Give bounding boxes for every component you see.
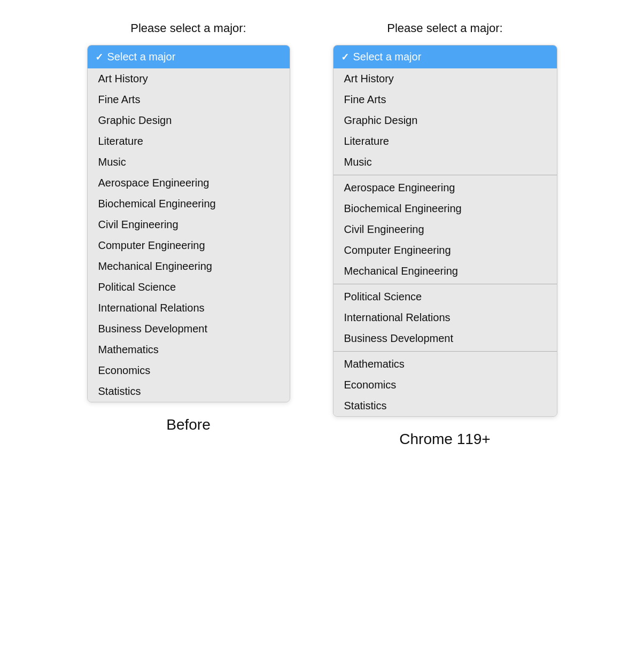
- before-selected-item[interactable]: ✓ Select a major: [88, 45, 290, 68]
- chrome-divider-2: [333, 284, 557, 284]
- page-container: Please select a major: ✓ Select a major …: [28, 21, 616, 448]
- before-dropdown[interactable]: ✓ Select a major Art HistoryFine ArtsGra…: [87, 45, 290, 402]
- chrome-option-civil-engineering[interactable]: Civil Engineering: [333, 219, 557, 240]
- chrome-divider-1: [333, 175, 557, 175]
- chrome-option-literature[interactable]: Literature: [333, 131, 557, 152]
- chrome-caption: Chrome 119+: [399, 431, 490, 448]
- chrome-option-fine-arts[interactable]: Fine Arts: [333, 89, 557, 110]
- before-option-art-history[interactable]: Art History: [88, 68, 290, 89]
- before-option-fine-arts[interactable]: Fine Arts: [88, 89, 290, 110]
- chrome-option-biochemical-engineering[interactable]: Biochemical Engineering: [333, 198, 557, 219]
- before-option-graphic-design[interactable]: Graphic Design: [88, 110, 290, 131]
- before-option-literature[interactable]: Literature: [88, 131, 290, 152]
- before-caption: Before: [166, 416, 211, 433]
- before-selected-label: Select a major: [107, 51, 176, 63]
- chrome-option-aerospace-engineering[interactable]: Aerospace Engineering: [333, 177, 557, 198]
- before-option-music[interactable]: Music: [88, 152, 290, 173]
- before-options-list: Art HistoryFine ArtsGraphic DesignLitera…: [88, 68, 290, 402]
- chrome-option-economics[interactable]: Economics: [333, 375, 557, 395]
- chrome-option-political-science[interactable]: Political Science: [333, 286, 557, 307]
- chrome-label: Please select a major:: [387, 21, 502, 35]
- chrome-option-computer-engineering[interactable]: Computer Engineering: [333, 240, 557, 261]
- chrome-option-mechanical-engineering[interactable]: Mechanical Engineering: [333, 261, 557, 282]
- before-option-business-development[interactable]: Business Development: [88, 318, 290, 339]
- chrome-column: Please select a major: ✓ Select a major …: [333, 21, 557, 448]
- before-option-statistics[interactable]: Statistics: [88, 381, 290, 402]
- chrome-option-mathematics[interactable]: Mathematics: [333, 354, 557, 375]
- before-column: Please select a major: ✓ Select a major …: [87, 21, 290, 433]
- before-option-mathematics[interactable]: Mathematics: [88, 339, 290, 360]
- chrome-option-art-history[interactable]: Art History: [333, 68, 557, 89]
- before-option-mechanical-engineering[interactable]: Mechanical Engineering: [88, 256, 290, 277]
- chrome-option-international-relations[interactable]: International Relations: [333, 307, 557, 328]
- chrome-divider-3: [333, 351, 557, 352]
- before-label: Please select a major:: [130, 21, 246, 35]
- chrome-selected-label: Select a major: [353, 51, 422, 63]
- before-option-biochemical-engineering[interactable]: Biochemical Engineering: [88, 193, 290, 214]
- chrome-dropdown[interactable]: ✓ Select a major Art HistoryFine ArtsGra…: [333, 45, 557, 417]
- chrome-option-graphic-design[interactable]: Graphic Design: [333, 110, 557, 131]
- chrome-selected-item[interactable]: ✓ Select a major: [333, 45, 557, 68]
- before-option-economics[interactable]: Economics: [88, 360, 290, 381]
- before-checkmark: ✓: [95, 51, 103, 63]
- before-option-aerospace-engineering[interactable]: Aerospace Engineering: [88, 173, 290, 193]
- before-option-political-science[interactable]: Political Science: [88, 277, 290, 298]
- before-option-international-relations[interactable]: International Relations: [88, 298, 290, 318]
- chrome-option-business-development[interactable]: Business Development: [333, 328, 557, 349]
- before-option-computer-engineering[interactable]: Computer Engineering: [88, 235, 290, 256]
- chrome-options-list: Art HistoryFine ArtsGraphic DesignLitera…: [333, 68, 557, 416]
- before-option-civil-engineering[interactable]: Civil Engineering: [88, 214, 290, 235]
- chrome-option-statistics[interactable]: Statistics: [333, 395, 557, 416]
- chrome-option-music[interactable]: Music: [333, 152, 557, 173]
- chrome-checkmark: ✓: [341, 51, 349, 63]
